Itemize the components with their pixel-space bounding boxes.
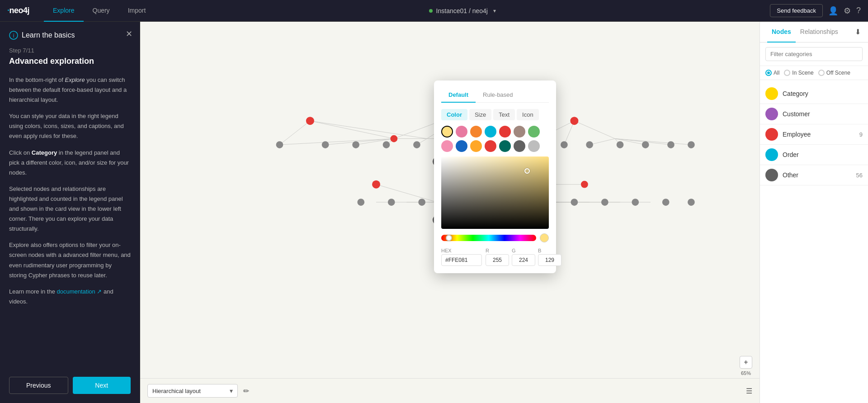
layout-select[interactable]: Hierarchical layout ▾ xyxy=(147,384,238,398)
r-input[interactable] xyxy=(486,254,509,266)
swatch-blue[interactable] xyxy=(456,140,467,152)
svg-point-73 xyxy=(601,199,609,206)
swatch-light-gray[interactable] xyxy=(528,140,540,152)
customer-color-dot xyxy=(765,108,778,120)
category-color-dot xyxy=(765,87,778,100)
learn-header: i Learn the basics xyxy=(9,31,131,40)
hex-input[interactable] xyxy=(441,254,482,266)
swatch-pink[interactable] xyxy=(456,126,467,137)
svg-point-43 xyxy=(617,141,624,148)
right-panel: Nodes Relationships ⬇ All In Scene Off S… xyxy=(760,22,868,403)
nav-tab-import[interactable]: Import xyxy=(119,0,155,22)
instance-info: Instance01 / neo4j ▾ xyxy=(155,7,770,14)
previous-button[interactable]: Previous xyxy=(9,377,68,394)
paragraph-5: Explore also offers options to filter yo… xyxy=(9,240,131,280)
node-list: Category Customer Employee 9 Order Other xyxy=(760,80,868,403)
radio-off-scene[interactable]: Off Scene xyxy=(818,70,850,76)
picker-tab-default[interactable]: Default xyxy=(441,88,476,103)
svg-point-44 xyxy=(642,141,649,148)
close-panel-button[interactable]: ✕ xyxy=(126,29,132,39)
help-icon[interactable]: ? xyxy=(856,6,861,15)
layout-label: Hierarchical layout xyxy=(152,388,226,394)
swatch-red[interactable] xyxy=(499,126,511,137)
next-button[interactable]: Next xyxy=(73,377,131,394)
svg-point-32 xyxy=(276,141,283,148)
settings-icon[interactable]: ⚙ xyxy=(844,6,851,16)
svg-point-74 xyxy=(632,199,639,206)
swatch-green[interactable] xyxy=(528,126,540,137)
rgb-group: R G B xyxy=(486,248,561,266)
hex-group: HEX xyxy=(441,248,482,266)
svg-point-65 xyxy=(357,199,364,206)
layout-edit-icon[interactable]: ✏ xyxy=(243,387,249,395)
swatch-amber[interactable] xyxy=(470,140,482,152)
zoom-in-button[interactable]: + xyxy=(740,356,752,369)
layout-chevron-icon: ▾ xyxy=(230,387,233,394)
swatch-red2[interactable] xyxy=(485,140,496,152)
svg-point-34 xyxy=(352,141,359,148)
radio-in-scene-circle xyxy=(784,70,790,76)
nav-tab-query[interactable]: Query xyxy=(84,0,119,22)
picker-subtabs: Color Size Text Icon xyxy=(441,109,549,120)
svg-point-28 xyxy=(306,117,314,125)
node-item-order[interactable]: Order xyxy=(760,145,868,165)
color-picker-popup: Default Rule-based Color Size Text Icon xyxy=(434,81,556,273)
b-input[interactable] xyxy=(538,254,561,266)
paragraph-1: In the bottom-right of Explore you can s… xyxy=(9,75,131,105)
user-icon[interactable]: 👤 xyxy=(828,6,838,16)
swatch-orange[interactable] xyxy=(470,126,482,137)
color-swatches xyxy=(441,126,549,152)
svg-line-12 xyxy=(279,121,310,145)
graph-canvas-area[interactable]: Default Rule-based Color Size Text Icon xyxy=(140,22,760,403)
left-footer: Previous Next xyxy=(9,377,131,394)
picker-subtab-text[interactable]: Text xyxy=(493,109,515,120)
picker-subtab-color[interactable]: Color xyxy=(441,109,467,120)
customer-label: Customer xyxy=(783,110,863,118)
step-label: Step 7/11 xyxy=(9,47,131,54)
employee-label: Employee xyxy=(783,131,859,138)
order-color-dot xyxy=(765,148,778,161)
toolbar-list-icon[interactable]: ☰ xyxy=(746,387,752,395)
order-label: Order xyxy=(783,151,863,158)
radio-all[interactable]: All xyxy=(765,70,779,76)
svg-line-2 xyxy=(310,121,394,138)
g-input[interactable] xyxy=(512,254,535,266)
g-group: G xyxy=(512,248,535,266)
radio-all-label: All xyxy=(774,70,779,76)
download-icon[interactable]: ⬇ xyxy=(855,28,861,36)
svg-point-42 xyxy=(586,141,593,148)
picker-tab-rule-based[interactable]: Rule-based xyxy=(476,88,520,103)
node-item-category[interactable]: Category xyxy=(760,84,868,104)
filter-input-wrap xyxy=(760,43,868,66)
other-count: 56 xyxy=(856,172,863,179)
learn-title: Learn the basics xyxy=(22,31,75,39)
instance-chevron-icon[interactable]: ▾ xyxy=(493,8,496,14)
node-item-other[interactable]: Other 56 xyxy=(760,165,868,185)
node-item-employee[interactable]: Employee 9 xyxy=(760,124,868,145)
tab-relationships[interactable]: Relationships xyxy=(796,22,843,43)
learn-icon: i xyxy=(9,31,18,40)
filter-input[interactable] xyxy=(765,47,863,61)
radio-in-scene[interactable]: In Scene xyxy=(784,70,813,76)
send-feedback-button[interactable]: Send feedback xyxy=(770,4,823,17)
swatch-cyan[interactable] xyxy=(485,126,496,137)
documentation-link[interactable]: documentation ↗ xyxy=(57,288,102,295)
color-gradient-area[interactable] xyxy=(441,156,549,229)
other-label: Other xyxy=(783,171,856,179)
swatch-yellow[interactable] xyxy=(441,126,453,137)
hue-slider-row xyxy=(441,233,549,242)
hue-slider[interactable] xyxy=(441,235,536,241)
node-item-customer[interactable]: Customer xyxy=(760,104,868,124)
radio-all-circle xyxy=(765,70,772,76)
swatch-light-pink[interactable] xyxy=(441,140,453,152)
swatch-teal[interactable] xyxy=(499,140,511,152)
instance-label: Instance01 / neo4j xyxy=(436,7,488,14)
picker-subtab-icon[interactable]: Icon xyxy=(517,109,539,120)
tab-nodes[interactable]: Nodes xyxy=(767,22,796,43)
employee-color-dot xyxy=(765,128,778,141)
gradient-cursor xyxy=(524,168,530,174)
swatch-gray[interactable] xyxy=(514,140,525,152)
swatch-brown[interactable] xyxy=(514,126,525,137)
picker-subtab-size[interactable]: Size xyxy=(469,109,491,120)
nav-tab-explore[interactable]: Explore xyxy=(44,0,83,22)
